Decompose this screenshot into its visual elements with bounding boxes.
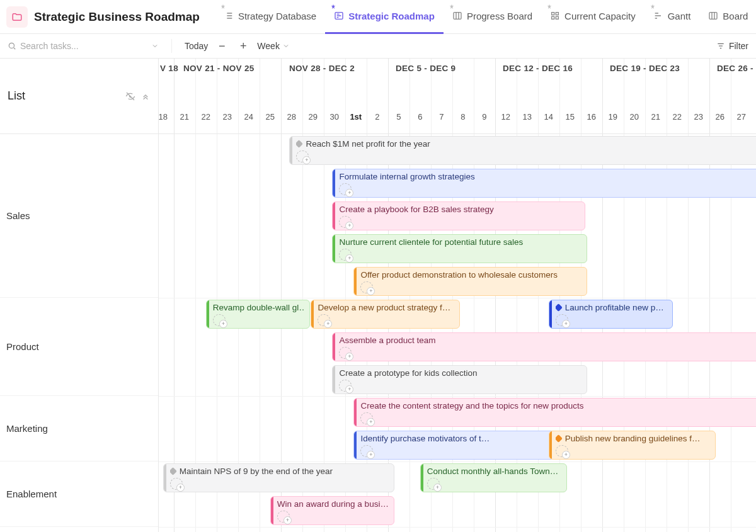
task-bar[interactable]: Reach $1M net profit for the year: [289, 136, 756, 165]
task-stripe: [333, 333, 335, 361]
group-enablement[interactable]: Enablement: [0, 461, 158, 527]
task-bar[interactable]: Assemble a product team: [332, 332, 756, 361]
task-bar[interactable]: Launch profitable new p…: [549, 300, 673, 329]
gantt-icon: [653, 11, 663, 21]
topbar: Strategic Business Roadmap Strategy Data…: [0, 0, 756, 34]
group-label: Enablement: [6, 489, 57, 499]
timeline-icon: [334, 11, 344, 21]
task-bar[interactable]: Create a playbook for B2B sales strategy: [332, 201, 585, 230]
week-labels: V 18NOV 21 - NOV 25NOV 28 - DEC 2DEC 5 -…: [159, 59, 756, 96]
chevron-down-icon[interactable]: [151, 42, 159, 50]
svg-rect-3: [556, 13, 558, 15]
milestone-icon: [296, 140, 303, 148]
task-bar[interactable]: Revamp double-wall gl…: [206, 300, 310, 329]
day-cell: 29: [302, 112, 324, 122]
assign-button[interactable]: [339, 380, 352, 392]
day-cell: 23: [688, 112, 709, 122]
task-title: Create the content strategy and the topi…: [360, 401, 756, 410]
today-button[interactable]: Today: [185, 41, 208, 51]
day-cell: 22: [195, 112, 217, 122]
divider: [171, 39, 172, 53]
day-cell: 15: [559, 112, 581, 122]
assign-button[interactable]: [427, 478, 440, 490]
search-wrap[interactable]: [8, 41, 159, 51]
task-bar[interactable]: Formulate internal growth strategies: [332, 169, 756, 198]
task-title: Conduct monthly all-hands Town…: [427, 467, 562, 476]
task-bar[interactable]: Identify purchase motivators of t…: [353, 431, 566, 460]
week-label: DEC 12 - DEC 16: [503, 64, 573, 73]
tab-current-capacity[interactable]: Current Capacity: [541, 0, 644, 34]
tab-strategy-database[interactable]: Strategy Database: [215, 0, 325, 34]
task-title: Win an award during a busi…: [277, 499, 389, 509]
timeline[interactable]: V 18NOV 21 - NOV 25NOV 28 - DEC 2DEC 5 -…: [159, 59, 756, 532]
day-cell: 19: [602, 112, 624, 122]
sidebar: List Sales Product Marketing Enablement: [0, 59, 159, 532]
task-stripe: [311, 300, 314, 328]
toolbar: Today − + Week Filter: [0, 34, 756, 59]
tab-progress-board[interactable]: Progress Board: [444, 0, 541, 34]
day-cell: 5: [388, 112, 410, 122]
hide-icon[interactable]: [125, 91, 135, 101]
day-cell: 26: [709, 112, 731, 122]
assign-button[interactable]: [360, 412, 373, 424]
date-header: V 18NOV 21 - NOV 25NOV 28 - DEC 2DEC 5 -…: [159, 59, 756, 134]
assign-button[interactable]: [339, 183, 352, 195]
week-label: NOV 28 - DEC 2: [289, 64, 355, 73]
assign-button[interactable]: [339, 249, 352, 261]
svg-rect-2: [552, 13, 554, 15]
day-cell: 16: [581, 112, 602, 122]
assign-button[interactable]: [213, 314, 226, 326]
day-cell: 14: [538, 112, 559, 122]
assign-button[interactable]: [556, 314, 568, 326]
milestone-icon: [556, 434, 563, 443]
group-product[interactable]: Product: [0, 298, 158, 396]
day-cell: 9: [474, 112, 495, 122]
group-sales[interactable]: Sales: [0, 134, 158, 298]
assign-button[interactable]: [339, 216, 352, 228]
day-cell: 6: [410, 112, 431, 122]
tab-board[interactable]: Board: [699, 0, 751, 34]
zoom-out-button[interactable]: −: [214, 38, 229, 54]
tab-label: Progress Board: [467, 11, 532, 21]
task-bar[interactable]: Publish new branding guidelines f…: [549, 431, 716, 460]
day-cell: 21: [645, 112, 667, 122]
task-bar[interactable]: Conduct monthly all-hands Town…: [420, 463, 567, 492]
assign-button[interactable]: [277, 511, 290, 523]
search-icon: [8, 42, 16, 50]
task-bar[interactable]: Nurture current clientele for potential …: [332, 234, 587, 263]
task-title: Reach $1M net profit for the year: [296, 139, 756, 149]
day-cell: 2: [367, 112, 388, 122]
assign-button[interactable]: [556, 445, 568, 457]
week-label: DEC 26 -: [717, 64, 753, 73]
task-bar[interactable]: Maintain NPS of 9 by the end of the year: [163, 463, 394, 492]
task-stripe: [549, 300, 552, 328]
group-marketing[interactable]: Marketing: [0, 396, 158, 461]
filter-button[interactable]: Filter: [716, 41, 748, 51]
assign-button[interactable]: [318, 314, 330, 326]
collapse-icon[interactable]: [140, 91, 151, 101]
day-cell: 20: [624, 112, 645, 122]
search-input[interactable]: [20, 41, 147, 51]
task-bar[interactable]: Win an award during a busi…: [270, 496, 394, 525]
assign-button[interactable]: [296, 150, 309, 162]
scale-dropdown[interactable]: Week: [257, 41, 290, 51]
list-header: List: [0, 59, 158, 134]
assign-button[interactable]: [170, 478, 183, 490]
task-title: Maintain NPS of 9 by the end of the year: [170, 467, 389, 476]
tab-label: Board: [723, 11, 748, 21]
assign-button[interactable]: [360, 281, 373, 293]
tab-strategic-roadmap[interactable]: Strategic Roadmap: [325, 0, 444, 34]
filter-icon: [716, 42, 725, 50]
assign-button[interactable]: [360, 445, 373, 457]
tab-gantt[interactable]: Gantt: [644, 0, 700, 34]
zoom-in-button[interactable]: +: [236, 38, 251, 54]
task-title: Create a playbook for B2B sales strategy: [339, 205, 580, 214]
task-bar[interactable]: Develop a new product strategy f…: [311, 300, 459, 329]
task-bar[interactable]: Create the content strategy and the topi…: [353, 398, 756, 427]
group-label: Product: [6, 341, 39, 352]
assign-button[interactable]: [339, 347, 352, 359]
task-bar[interactable]: Offer product demonstration to wholesale…: [353, 267, 587, 296]
day-cell: 8: [452, 112, 474, 122]
task-bar[interactable]: Create a prototype for kids collection: [332, 365, 587, 394]
day-cell: 28: [281, 112, 302, 122]
